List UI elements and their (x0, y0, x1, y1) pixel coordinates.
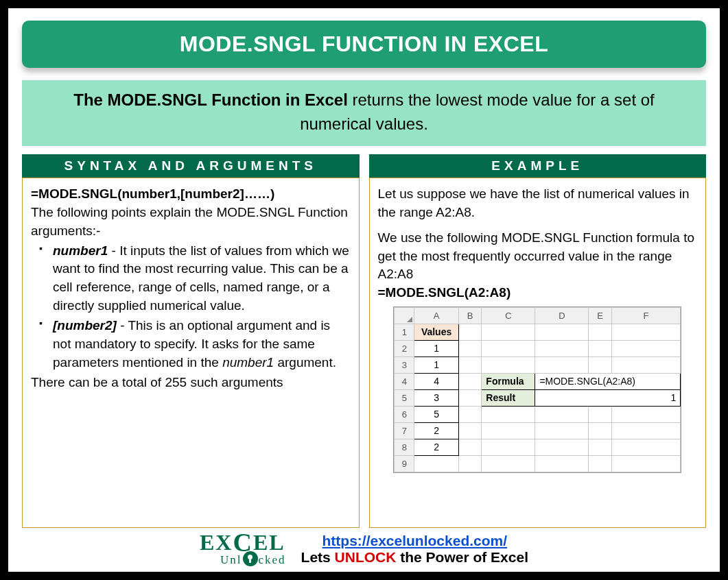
excel-screenshot: A B C D E F 1 Values (393, 306, 681, 473)
argument-name: [number2] (53, 318, 117, 333)
syntax-body: =MODE.SNGL(number1,[number2]……) The foll… (22, 178, 360, 528)
value-cell: 1 (414, 357, 459, 374)
example-header: EXAMPLE (369, 154, 707, 178)
tagline-post: the Power of Excel (396, 549, 528, 565)
value-cell: 2 (414, 439, 459, 456)
row-header: 7 (395, 423, 414, 439)
site-link[interactable]: https://excelunlocked.com/ (322, 533, 508, 548)
value-cell: 2 (414, 423, 459, 439)
table-row: 6 5 (395, 407, 681, 423)
row-header: 1 (395, 324, 414, 341)
row-header: 6 (395, 407, 414, 423)
result-label-cell: Result (482, 390, 535, 407)
logo-c-icon: C (233, 532, 253, 553)
argument-item: [number2] - This is an optional argument… (38, 317, 351, 372)
col-header: D (535, 308, 589, 324)
logo-sub-text: Unl (220, 553, 242, 566)
result-value-cell: 1 (535, 390, 681, 407)
description-bold: The MODE.SNGL Function in Excel (73, 90, 348, 109)
tagline-unlock: UNLOCK (335, 549, 397, 565)
value-cell: 5 (414, 407, 459, 423)
brand-logo: EXCEL Unlcked (200, 532, 286, 566)
example-p1: Let us suppose we have the list of numer… (378, 185, 698, 222)
row-header: 4 (395, 374, 414, 390)
table-row: 4 4 Formula =MODE.SNGL(A2:A8) (395, 374, 681, 390)
spreadsheet-grid: A B C D E F 1 Values (394, 307, 681, 472)
argument-list: number1 - It inputs the list of values f… (31, 242, 351, 373)
table-row: 9 (395, 456, 681, 472)
table-row: 1 Values (395, 324, 681, 341)
table-row: A B C D E F (395, 308, 681, 324)
row-header: 3 (395, 357, 414, 374)
syntax-outro: There can be a total of 255 such argumen… (31, 374, 351, 392)
page-title: MODE.SNGL FUNCTION IN EXCEL (22, 21, 706, 68)
syntax-formula: =MODE.SNGL(number1,[number2]……) (31, 185, 351, 204)
row-header: 5 (395, 390, 414, 407)
row-header: 9 (395, 456, 414, 472)
tagline-pre: Lets (301, 549, 335, 565)
value-cell: 1 (414, 341, 459, 357)
keyhole-icon (243, 551, 258, 566)
example-formula: =MODE.SNGL(A2:A8) (378, 284, 698, 302)
syntax-header: SYNTAX AND ARGUMENTS (22, 154, 360, 178)
footer: EXCEL Unlcked https://excelunlocked.com/… (22, 528, 706, 566)
col-header: F (611, 308, 680, 324)
value-cell: 3 (414, 390, 459, 407)
description-bar: The MODE.SNGL Function in Excel returns … (22, 80, 706, 146)
logo-sub-text: cked (259, 553, 286, 566)
col-header: A (414, 308, 459, 324)
table-row: 7 2 (395, 423, 681, 439)
col-header: C (482, 308, 535, 324)
table-row: 3 1 (395, 357, 681, 374)
table-row: 2 1 (395, 341, 681, 357)
columns-wrap: SYNTAX AND ARGUMENTS =MODE.SNGL(number1,… (22, 154, 706, 528)
row-header: 2 (395, 341, 414, 357)
formula-label-cell: Formula (482, 374, 535, 390)
description-rest: returns the lowest mode value for a set … (300, 90, 655, 133)
formula-value-cell: =MODE.SNGL(A2:A8) (535, 374, 681, 390)
values-header-cell: Values (414, 324, 459, 341)
value-cell: 4 (414, 374, 459, 390)
syntax-intro: The following points explain the MODE.SN… (31, 204, 351, 241)
footer-text: https://excelunlocked.com/ Lets UNLOCK t… (301, 533, 528, 566)
table-row: 8 2 (395, 439, 681, 456)
table-row: 5 3 Result 1 (395, 390, 681, 407)
col-header: E (589, 308, 611, 324)
example-column: EXAMPLE Let us suppose we have the list … (369, 154, 707, 528)
row-header: 8 (395, 439, 414, 456)
infographic-page: MODE.SNGL FUNCTION IN EXCEL The MODE.SNG… (8, 8, 720, 572)
example-body: Let us suppose we have the list of numer… (369, 178, 707, 528)
argument-ref: number1 (222, 355, 274, 370)
syntax-column: SYNTAX AND ARGUMENTS =MODE.SNGL(number1,… (22, 154, 360, 528)
argument-text-post: argument. (274, 355, 336, 370)
select-all-corner (395, 308, 414, 324)
example-p2: We use the following MODE.SNGL Function … (378, 229, 698, 285)
argument-name: number1 (53, 243, 108, 258)
argument-item: number1 - It inputs the list of values f… (38, 242, 351, 316)
col-header: B (458, 308, 481, 324)
